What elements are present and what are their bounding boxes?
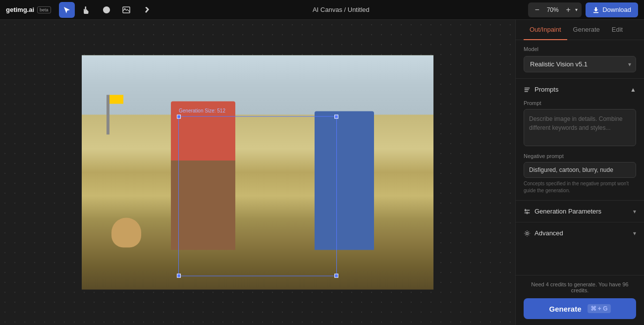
prompts-title: Prompts — [524, 86, 558, 93]
beta-badge: beta — [37, 6, 51, 13]
main-area: Generation Size: 512 Out/Inpaint Generat… — [0, 20, 644, 325]
logo-text: getimg.ai — [6, 6, 34, 13]
credits-text: Need 4 credits to generate. You have 96 … — [524, 281, 636, 293]
eraser-tool-button[interactable] — [138, 2, 154, 18]
canvas-image: Generation Size: 512 — [82, 55, 433, 290]
generate-button[interactable]: Generate ⌘ + G — [524, 298, 636, 319]
prompt-area: Prompt Negative prompt Concepts specifie… — [516, 100, 644, 200]
generation-params-header[interactable]: Generation Parameters ▾ — [516, 201, 644, 222]
generation-params-title: Generation Parameters — [524, 208, 601, 215]
canvas-area[interactable]: Generation Size: 512 — [0, 20, 515, 325]
prompt-icon — [524, 86, 531, 93]
zoom-dropdown-button[interactable]: ▾ — [575, 7, 578, 12]
eraser-icon — [142, 6, 150, 14]
zoom-minus-button[interactable]: − — [532, 5, 542, 14]
canvas-image-container: Generation Size: 512 — [82, 55, 433, 290]
advanced-title: Advanced — [524, 229, 563, 237]
settings-icon — [524, 230, 531, 237]
sidebar-footer: Need 4 credits to generate. You have 96 … — [516, 275, 644, 325]
tab-edit[interactable]: Edit — [606, 20, 629, 40]
tab-generate[interactable]: Generate — [567, 20, 606, 40]
download-icon — [592, 6, 599, 13]
golf-bag — [111, 218, 141, 248]
advanced-section: Advanced ▾ — [516, 222, 644, 244]
generate-shortcut: ⌘ + G — [588, 304, 611, 313]
prompts-collapse-header[interactable]: Prompts ▲ — [516, 79, 644, 100]
model-select[interactable]: Realistic Vision v5.1 Stable Diffusion 1… — [524, 56, 636, 72]
handle-bottom-left[interactable] — [177, 274, 181, 278]
prompt-textarea[interactable] — [524, 109, 636, 146]
person-golfer — [315, 111, 374, 250]
image-icon — [122, 6, 130, 14]
canvas-title: AI Canvas / Untitled — [158, 6, 525, 13]
svg-point-3 — [526, 232, 528, 234]
rotate-icon — [103, 6, 110, 14]
generate-label: Generate — [549, 305, 581, 313]
sidebar: Out/Inpaint Generate Edit Model Realisti… — [515, 20, 644, 325]
zoom-plus-button[interactable]: + — [563, 5, 573, 14]
download-label: Download — [602, 6, 631, 13]
tab-outinpaint[interactable]: Out/Inpaint — [524, 20, 567, 40]
rotate-tool-button[interactable] — [99, 2, 114, 18]
advanced-chevron-icon: ▾ — [633, 230, 636, 237]
image-tool-button[interactable] — [118, 2, 134, 18]
sidebar-tabs: Out/Inpaint Generate Edit — [516, 20, 644, 40]
negative-prompt-note: Concepts specified in the negative promp… — [524, 180, 636, 194]
negative-prompt-input[interactable] — [524, 162, 636, 178]
download-button[interactable]: Download — [586, 2, 638, 17]
hand-tool-button[interactable] — [79, 2, 95, 18]
topbar: getimg.ai beta AI Canvas / Untitled − — [0, 0, 644, 20]
svg-rect-2 — [593, 12, 599, 13]
hand-icon — [83, 6, 91, 14]
handle-bottom-right[interactable] — [334, 274, 338, 278]
prompts-chevron-icon: ▲ — [630, 86, 636, 93]
cursor-icon — [63, 6, 71, 14]
select-tool-button[interactable] — [59, 2, 75, 18]
zoom-value: 70% — [544, 6, 561, 13]
person-caddy — [171, 102, 235, 250]
advanced-header[interactable]: Advanced ▾ — [516, 222, 644, 244]
negative-prompt-sublabel: Negative prompt — [524, 153, 636, 159]
logo: getimg.ai beta — [6, 6, 51, 13]
sliders-icon — [524, 208, 531, 215]
flag — [107, 95, 109, 135]
generation-params-chevron-icon: ▾ — [633, 208, 636, 215]
prompts-section: Prompts ▲ Prompt Negative prompt Concept… — [516, 78, 644, 200]
sidebar-spacer — [516, 244, 644, 275]
prompt-sublabel: Prompt — [524, 100, 636, 106]
zoom-control: − 70% + ▾ — [528, 2, 582, 17]
topbar-right: − 70% + ▾ Download — [528, 2, 638, 17]
generation-params-section: Generation Parameters ▾ — [516, 200, 644, 222]
photo-background: Generation Size: 512 — [82, 55, 433, 290]
model-section: Model Realistic Vision v5.1 Stable Diffu… — [516, 40, 644, 78]
model-select-wrapper: Realistic Vision v5.1 Stable Diffusion 1… — [524, 56, 636, 72]
model-label: Model — [524, 46, 636, 52]
